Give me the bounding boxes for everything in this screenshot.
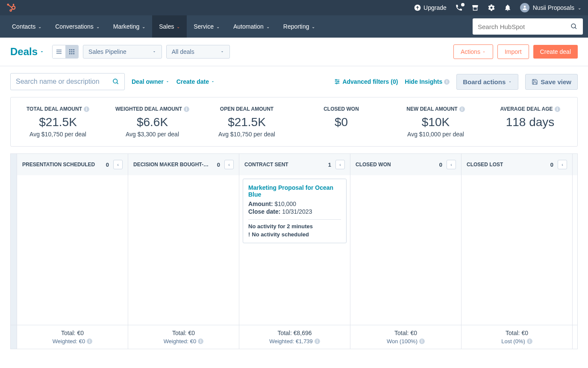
svg-rect-22 (73, 53, 74, 54)
global-search[interactable] (473, 18, 583, 35)
info-icon[interactable]: i (198, 339, 203, 344)
nav-item-automation[interactable]: Automation⌄ (226, 15, 276, 38)
nav-item-contacts[interactable]: Contacts⌄ (5, 15, 48, 38)
info-icon[interactable]: i (315, 339, 320, 344)
column-weighted: Weighted: €0 i (132, 338, 235, 344)
column-body[interactable] (462, 175, 573, 325)
account-menu[interactable]: Nusii Proposals ⌄ (520, 3, 581, 12)
svg-rect-18 (71, 51, 73, 53)
phone-icon[interactable] (455, 4, 463, 12)
column-footer: Total: €8,696Weighted: €1,739 i (239, 325, 350, 349)
svg-point-0 (12, 6, 15, 9)
page-title[interactable]: Deals (10, 46, 44, 58)
pipeline-select[interactable]: Sales Pipeline (83, 45, 162, 59)
nav-item-conversations[interactable]: Conversations⌄ (48, 15, 106, 38)
board-actions-button[interactable]: Board actions (456, 74, 518, 90)
advanced-filters[interactable]: Advanced filters (0) (334, 78, 398, 85)
info-icon[interactable]: i (419, 339, 425, 344)
marketplace-icon[interactable] (471, 4, 479, 12)
column-footer: Total: €0Weighted: €0 i (17, 325, 128, 349)
svg-rect-12 (56, 51, 62, 52)
chevron-down-icon: ⌄ (142, 24, 145, 29)
info-icon[interactable]: i (459, 106, 465, 112)
upgrade-label: Upgrade (423, 4, 447, 11)
collapse-column-button[interactable]: ‹ (447, 160, 456, 169)
insight-card: TOTAL DEAL AMOUNT i$21.5KAvg $10,750 per… (11, 106, 105, 138)
svg-point-28 (335, 79, 337, 81)
svg-line-24 (117, 82, 118, 84)
notifications-icon[interactable] (504, 4, 512, 12)
list-icon (56, 48, 62, 55)
collapse-column-button[interactable]: ‹ (335, 160, 345, 169)
column-body[interactable] (128, 175, 239, 325)
svg-rect-20 (69, 53, 71, 54)
info-icon[interactable]: i (87, 339, 92, 344)
search-deals-input[interactable] (16, 78, 109, 85)
column-body[interactable] (350, 175, 462, 325)
nav-item-sales[interactable]: Sales⌄ (152, 15, 187, 38)
svg-point-4 (7, 3, 9, 6)
nav-item-reporting[interactable]: Reporting⌄ (276, 15, 322, 38)
svg-rect-16 (73, 49, 74, 50)
insight-label: WEIGHTED DEAL AMOUNT i (110, 106, 194, 112)
hide-insights[interactable]: Hide Insights i (405, 78, 450, 85)
hubspot-logo[interactable] (7, 3, 16, 12)
svg-point-29 (338, 81, 339, 82)
info-icon[interactable]: i (184, 106, 189, 112)
info-icon[interactable]: i (527, 339, 532, 344)
deal-owner-filter[interactable]: Deal owner (132, 78, 170, 85)
column-count: 0 (439, 162, 442, 168)
column-total: Total: €0 (21, 330, 123, 336)
settings-icon[interactable] (488, 4, 495, 12)
nav-item-marketing[interactable]: Marketing⌄ (106, 15, 152, 38)
column-header: PRESENTATION SCHEDULED0‹ (17, 154, 128, 175)
nav-item-service[interactable]: Service⌄ (187, 15, 226, 38)
svg-rect-14 (69, 49, 71, 50)
svg-rect-21 (71, 53, 73, 54)
column-total: Total: €8,696 (244, 330, 346, 336)
import-button[interactable]: Import (497, 44, 529, 59)
info-icon[interactable]: i (84, 106, 89, 112)
collapse-column-button[interactable]: ‹ (224, 160, 234, 169)
deal-card[interactable]: Marketing Proposal for Ocean BlueAmount:… (243, 179, 347, 243)
insight-label: AVERAGE DEAL AGE i (488, 106, 572, 112)
view-select[interactable]: All deals (166, 45, 230, 59)
column-body[interactable] (17, 175, 128, 325)
column-header: CLOSED WON0‹ (350, 154, 462, 175)
board-view-button[interactable] (65, 45, 78, 58)
chevron-down-icon (211, 79, 215, 84)
grid-icon (68, 48, 75, 55)
column-total: Total: €0 (132, 330, 235, 336)
svg-rect-11 (56, 50, 62, 50)
search-deals[interactable] (10, 73, 125, 90)
board-gutter (10, 325, 17, 349)
column-title: CLOSED WON (356, 162, 391, 168)
insight-value: $21.5K (16, 115, 100, 129)
chevron-down-icon (152, 50, 156, 54)
collapse-column-button[interactable]: ‹ (558, 160, 567, 169)
column-body[interactable]: Marketing Proposal for Ocean BlueAmount:… (239, 175, 350, 325)
save-view-button[interactable]: Save view (525, 74, 578, 90)
column-count: 0 (550, 162, 553, 168)
main-nav: Contacts⌄Conversations⌄Marketing⌄Sales⌄S… (0, 15, 588, 38)
column-total: Total: €0 (466, 330, 568, 336)
list-view-button[interactable] (53, 45, 65, 58)
global-search-input[interactable] (478, 23, 570, 30)
info-icon[interactable]: i (555, 106, 560, 112)
upgrade-link[interactable]: Upgrade (414, 4, 447, 11)
avatar-icon (520, 3, 529, 12)
deal-card-title: Marketing Proposal for Ocean Blue (248, 184, 341, 198)
create-deal-button[interactable]: Create deal (533, 45, 578, 59)
deal-board: PRESENTATION SCHEDULED0‹DECISION MAKER B… (10, 153, 578, 349)
chevron-down-icon: ⌄ (312, 24, 315, 29)
svg-point-30 (336, 83, 338, 84)
chevron-down-icon: ⌄ (216, 24, 220, 29)
deal-activity: No activity for 2 minutes (248, 223, 341, 230)
actions-button[interactable]: Actions (453, 44, 493, 59)
create-date-filter[interactable]: Create date (176, 78, 215, 85)
chevron-down-icon (508, 80, 512, 84)
collapse-column-button[interactable]: ‹ (113, 160, 123, 169)
svg-line-3 (9, 5, 12, 8)
insight-sub: Avg $10,750 per deal (205, 131, 289, 138)
column-header: CLOSED LOST0‹ (462, 154, 573, 175)
